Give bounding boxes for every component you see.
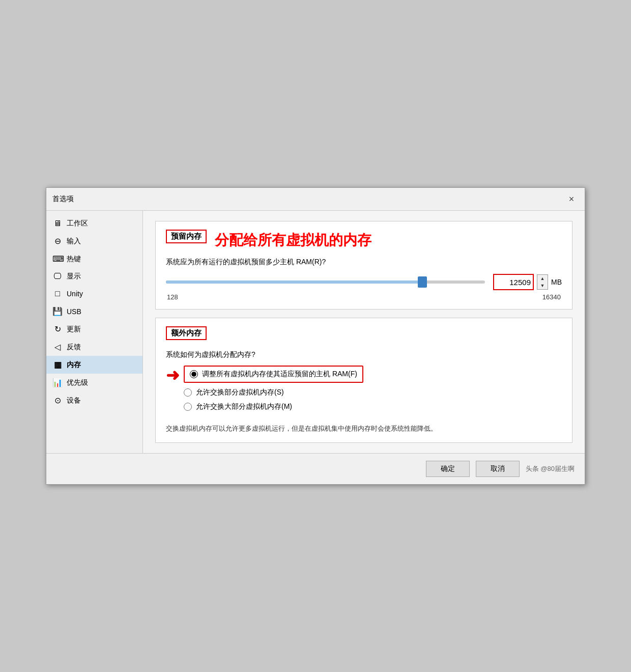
display-icon: 🖵 [52, 272, 63, 281]
sidebar-item-label: USB [67, 307, 81, 316]
sidebar-item-label: 更新 [67, 325, 81, 334]
sidebar-item-feedback[interactable]: ◁ 反馈 [46, 338, 142, 356]
section-header-row: 预留内存 分配给所有虚拟机的内存 [166, 230, 562, 250]
slider-track [166, 281, 485, 284]
slider-row: ▲ ▼ MB [166, 274, 562, 290]
sidebar-item-label: 显示 [67, 272, 81, 281]
slider-container[interactable] [166, 281, 485, 284]
priority-icon: 📊 [52, 378, 63, 387]
sidebar-item-unity[interactable]: □ Unity [46, 285, 142, 302]
device-icon: ⊙ [52, 396, 63, 405]
sidebar-item-label: 反馈 [67, 343, 81, 352]
sidebar-item-label: Unity [67, 290, 83, 298]
sidebar: 🖥 工作区 ⊖ 输入 ⌨ 热键 🖵 显示 □ Unity 💾 USB [46, 211, 143, 453]
extra-note: 交换虚拟机内存可以允许更多虚拟机运行，但是在虚拟机集中使用内存时会使系统性能降低… [166, 424, 562, 434]
sidebar-item-usb[interactable]: 💾 USB [46, 302, 142, 320]
update-icon: ↻ [52, 324, 63, 334]
sidebar-item-label: 内存 [67, 360, 81, 370]
cancel-button[interactable]: 取消 [476, 461, 520, 477]
sidebar-item-update[interactable]: ↻ 更新 [46, 320, 142, 338]
sidebar-item-display[interactable]: 🖵 显示 [46, 268, 142, 285]
sidebar-item-label: 热键 [67, 255, 81, 264]
radio-label-2: 允许交换部分虚拟机内存(S) [196, 388, 284, 397]
slider-range-row: 128 16340 [166, 293, 562, 301]
main-content: 预留内存 分配给所有虚拟机的内存 系统应为所有运行的虚拟机预留多少主机 RAM(… [143, 211, 585, 453]
sidebar-item-input[interactable]: ⊖ 输入 [46, 232, 142, 250]
slider-min-label: 128 [167, 293, 178, 301]
sidebar-item-hotkey[interactable]: ⌨ 热键 [46, 250, 142, 268]
extra-memory-section: 额外内存 系统如何为虚拟机分配内存? ➜ 调整所有虚拟机内存使其适应预留的主机 … [155, 318, 572, 443]
slider-max-label: 16340 [542, 293, 561, 301]
watermark-text: 头条 @80届生啊 [526, 464, 575, 473]
cancel-label: 取消 [491, 464, 505, 472]
radio-input-3[interactable] [184, 403, 192, 411]
spinner-down-button[interactable]: ▼ [537, 282, 548, 289]
radio-input-2[interactable] [184, 388, 192, 397]
sidebar-item-priority[interactable]: 📊 优先级 [46, 374, 142, 391]
dialog-body: 🖥 工作区 ⊖ 输入 ⌨ 热键 🖵 显示 □ Unity 💾 USB [46, 211, 585, 453]
sidebar-item-label: 输入 [67, 237, 81, 246]
radio-input-1[interactable] [190, 370, 198, 378]
feedback-icon: ◁ [52, 342, 63, 352]
dialog-footer: 确定 取消 头条 @80届生啊 [46, 453, 585, 484]
radio-label-3: 允许交换大部分虚拟机内存(M) [196, 402, 292, 411]
memory-icon: ▦ [52, 360, 63, 370]
value-input-group: ▲ ▼ MB [493, 274, 562, 290]
dialog-title: 首选项 [52, 194, 74, 204]
spinner-up-button[interactable]: ▲ [537, 275, 548, 282]
radio-group: 调整所有虚拟机内存使其适应预留的主机 RAM(F) 允许交换部分虚拟机内存(S)… [184, 366, 363, 411]
ram-question: 系统应为所有运行的虚拟机预留多少主机 RAM(R)? [166, 258, 562, 267]
memory-value-input[interactable] [493, 274, 534, 290]
extra-memory-title: 额外内存 [166, 326, 207, 340]
unity-icon: □ [52, 289, 63, 298]
title-bar: 首选项 × [46, 188, 585, 211]
sidebar-item-label: 优先级 [67, 378, 88, 387]
extra-memory-question: 系统如何为虚拟机分配内存? [166, 350, 562, 359]
sidebar-item-memory[interactable]: ▦ 内存 [46, 356, 142, 374]
preferences-dialog: 首选项 × 🖥 工作区 ⊖ 输入 ⌨ 热键 🖵 显示 □ Unity [46, 187, 585, 485]
mb-unit-label: MB [551, 278, 562, 286]
hotkey-icon: ⌨ [52, 254, 63, 264]
watermark: 头条 @80届生啊 [526, 461, 575, 477]
slider-fill [166, 281, 421, 284]
workspace-icon: 🖥 [52, 219, 63, 228]
radio-label-1: 调整所有虚拟机内存使其适应预留的主机 RAM(F) [202, 370, 357, 379]
radio-option-3[interactable]: 允许交换大部分虚拟机内存(M) [184, 402, 363, 411]
close-button[interactable]: × [564, 192, 579, 206]
sidebar-item-workspace[interactable]: 🖥 工作区 [46, 215, 142, 232]
reserved-memory-section: 预留内存 分配给所有虚拟机的内存 系统应为所有运行的虚拟机预留多少主机 RAM(… [155, 221, 572, 310]
usb-icon: 💾 [52, 306, 63, 316]
sidebar-item-device[interactable]: ⊙ 设备 [46, 391, 142, 409]
reserved-memory-title: 预留内存 [166, 230, 207, 243]
spinner-buttons: ▲ ▼ [537, 274, 548, 290]
radio-option-2[interactable]: 允许交换部分虚拟机内存(S) [184, 388, 363, 397]
sidebar-item-label: 设备 [67, 396, 81, 405]
annotation-text: 分配给所有虚拟机的内存 [215, 231, 371, 250]
input-icon: ⊖ [52, 236, 63, 246]
arrow-indicator: ➜ [166, 366, 180, 385]
confirm-button[interactable]: 确定 [426, 461, 470, 477]
radio-option-1[interactable]: 调整所有虚拟机内存使其适应预留的主机 RAM(F) [184, 366, 363, 383]
slider-thumb[interactable] [418, 276, 427, 288]
sidebar-item-label: 工作区 [67, 219, 88, 228]
